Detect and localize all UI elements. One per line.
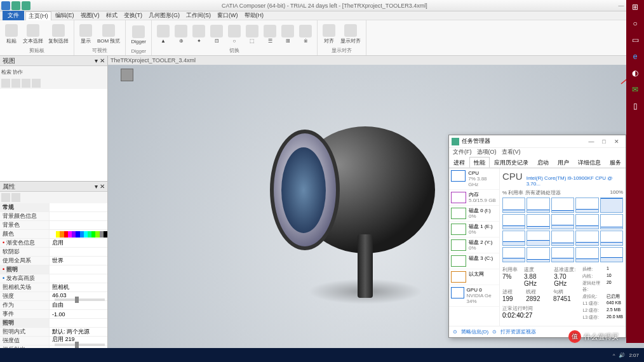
windows-start-icon[interactable]: ⊞ xyxy=(629,1,641,13)
property-row[interactable]: 颜色 xyxy=(0,230,107,239)
cpu-core-graph xyxy=(527,231,549,246)
views-toolbar: 检索 协作 xyxy=(0,66,107,77)
ribbon-tab[interactable]: 样式 xyxy=(104,11,120,20)
cpu-core-graph xyxy=(502,231,525,246)
minimize-button[interactable]: — xyxy=(619,3,624,9)
ribbon-button[interactable]: ⊞ xyxy=(280,23,295,45)
views-tool-icon[interactable] xyxy=(22,79,30,88)
property-row[interactable]: 强度值启用 219 xyxy=(0,337,107,345)
views-tool-icon[interactable] xyxy=(11,79,20,88)
qat-save-icon[interactable] xyxy=(1,1,10,10)
properties-panel: 属性▾ ✕ 常规背景颜色信息背景色颜色• 渐变色信息启用软阴影使用全局系世界• … xyxy=(0,181,107,362)
ribbon-button[interactable]: BOM 预览 xyxy=(96,23,121,46)
tm-tab[interactable]: 进程 xyxy=(449,157,469,168)
tm-tab[interactable]: 服务 xyxy=(605,157,626,168)
property-row[interactable]: 使用全局系世界 xyxy=(0,257,107,265)
tm-maximize-button[interactable]: □ xyxy=(598,138,610,145)
ribbon-tab[interactable]: 主页(H) xyxy=(25,11,51,20)
tm-tab[interactable]: 详细信息 xyxy=(574,157,605,168)
ribbon-button[interactable]: ⊕ xyxy=(173,23,189,45)
ribbon-tab[interactable]: 工作间(S) xyxy=(184,11,213,20)
ribbon-button[interactable]: 复制选择 xyxy=(47,23,70,46)
ribbon-button[interactable]: ○ xyxy=(227,23,242,45)
tm-resource-item[interactable]: 磁盘 2 (Y:)0% xyxy=(449,238,499,253)
ribbon-button[interactable]: 显示 xyxy=(78,23,93,46)
property-row[interactable]: 软阴影 xyxy=(0,248,107,257)
ribbon-button[interactable]: ✦ xyxy=(191,23,206,45)
tm-tab[interactable]: 应用历史记录 xyxy=(490,157,533,168)
title-bar: CATIA Composer (64-bit) - TRIAL 24 days … xyxy=(0,0,644,11)
tm-close-button[interactable]: ✕ xyxy=(610,138,623,145)
tm-resource-monitor[interactable]: 打开资源监视器 xyxy=(500,328,536,335)
qat-undo-icon[interactable] xyxy=(11,1,20,10)
ribbon-button[interactable]: 文本选择 xyxy=(22,23,44,46)
tm-resource-item[interactable]: 磁盘 3 (C:) xyxy=(449,253,499,269)
property-row[interactable]: 照相机关场照相机 xyxy=(0,283,107,292)
task-manager-window[interactable]: 任务管理器 — □ ✕ 文件(F) 选项(O) 查看(V) 进程性能应用历史记录… xyxy=(448,135,626,338)
ribbon-tab[interactable]: 编辑(E) xyxy=(53,11,77,20)
tm-resource-item[interactable]: GPU 0NVIDIA Ge 34% xyxy=(449,285,499,307)
property-row[interactable]: • 发布高画质 xyxy=(0,274,107,283)
tm-tab[interactable]: 启动 xyxy=(533,157,553,168)
property-row[interactable]: 作为自由 xyxy=(0,301,107,310)
tm-resource-item[interactable]: CPU7% 3.88 GHz xyxy=(449,168,499,190)
tm-fewer-details[interactable]: 简略信息(D) xyxy=(461,328,488,335)
ribbon-button[interactable]: ▲ xyxy=(156,23,171,45)
ribbon-button[interactable]: 对齐 xyxy=(321,23,337,46)
cpu-core-graph xyxy=(551,214,574,229)
ribbon-button[interactable]: ※ xyxy=(298,23,313,45)
tm-tab[interactable]: 性能 xyxy=(469,157,490,168)
ribbon-button[interactable]: ⬚ xyxy=(245,23,260,45)
ribbon-tab[interactable]: 几何图形(G) xyxy=(146,11,182,20)
quick-access xyxy=(1,1,30,10)
ribbon-button[interactable]: ⊡ xyxy=(209,23,224,45)
app-icon[interactable]: ▯ xyxy=(629,100,641,112)
cpu-core-graph xyxy=(551,198,574,213)
property-row[interactable]: 事件-1.00 xyxy=(0,310,107,319)
props-tool-icon[interactable] xyxy=(11,193,20,202)
panel-controls[interactable]: ▾ ✕ xyxy=(95,183,105,190)
app-icon[interactable]: ✉ xyxy=(629,84,641,95)
props-tool-icon[interactable] xyxy=(1,193,10,202)
property-row[interactable]: • 渐变色信息启用 xyxy=(0,239,107,248)
property-row[interactable]: 背景色 xyxy=(0,221,107,230)
viewport-tab[interactable]: TheTRXproject_TOOLER_3.4xml✕ xyxy=(108,56,644,65)
ribbon-tab[interactable]: 帮助(H) xyxy=(242,11,267,20)
ribbon-button[interactable]: ☰ xyxy=(262,23,278,45)
search-icon[interactable]: ○ xyxy=(629,18,641,29)
ribbon-tab[interactable]: 视图(V) xyxy=(78,11,102,20)
file-tab[interactable]: 文件 xyxy=(3,11,24,20)
property-row[interactable]: 背景颜色信息 xyxy=(0,212,107,221)
edge-icon[interactable]: e xyxy=(629,51,641,62)
3d-model[interactable] xyxy=(295,126,435,253)
cpu-core-graph xyxy=(527,247,549,262)
tm-menu-item[interactable]: 查看(V) xyxy=(502,148,521,157)
qat-redo-icon[interactable] xyxy=(22,1,30,10)
property-row[interactable]: • 照明 xyxy=(0,265,107,274)
tm-resource-item[interactable]: 内存5.0/15.9 GB xyxy=(449,190,499,206)
ribbon-button[interactable]: Digger xyxy=(130,24,147,46)
ribbon-tab[interactable]: 变换(T) xyxy=(121,11,145,20)
tm-minimize-button[interactable]: — xyxy=(585,138,598,145)
tray-icon[interactable]: ^ xyxy=(613,352,615,358)
tm-resource-item[interactable]: 磁盘 0 (I:)0% xyxy=(449,206,499,222)
property-row[interactable]: 常规 xyxy=(0,203,107,212)
tm-tab[interactable]: 用户 xyxy=(553,157,574,168)
property-row[interactable]: 照明 xyxy=(0,319,107,328)
cpu-core-graph xyxy=(527,198,549,213)
tm-menu-item[interactable]: 文件(F) xyxy=(453,148,472,157)
tray-icon[interactable]: 🔊 xyxy=(619,352,625,358)
clock[interactable]: 2:07 xyxy=(629,352,639,358)
property-row[interactable]: 强度46.03 xyxy=(0,292,107,301)
app-icon[interactable]: ◐ xyxy=(629,67,641,79)
views-tool-icon[interactable] xyxy=(32,79,41,88)
tm-resource-item[interactable]: 磁盘 1 (E:)0% xyxy=(449,222,499,238)
views-tool-icon[interactable] xyxy=(1,79,10,88)
tm-menu-item[interactable]: 选项(O) xyxy=(477,148,497,157)
panel-controls[interactable]: ▾ ✕ xyxy=(95,57,105,64)
ribbon-tab[interactable]: 窗口(W) xyxy=(215,11,241,20)
ribbon-button[interactable]: 显示对齐 xyxy=(339,23,362,46)
tm-resource-item[interactable]: 以太网 xyxy=(449,269,499,285)
ribbon-button[interactable]: 粘贴 xyxy=(4,23,19,46)
explorer-icon[interactable]: ▭ xyxy=(629,34,641,46)
